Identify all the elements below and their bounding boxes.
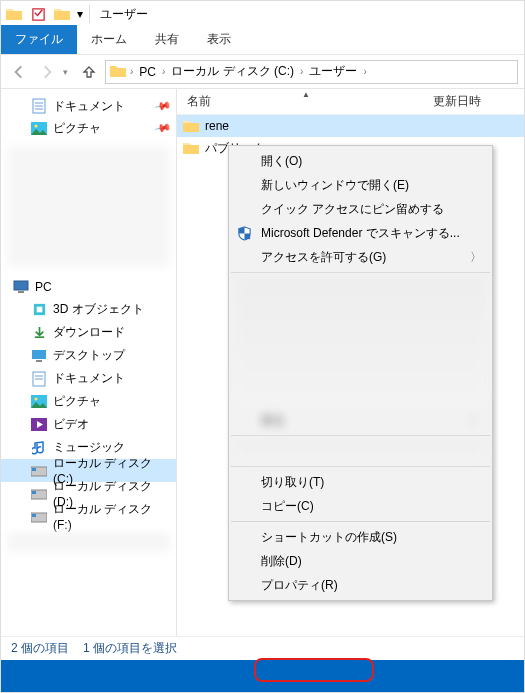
tree-label: ローカル ディスク (F:) (53, 501, 170, 532)
svg-rect-28 (244, 233, 250, 239)
qat-properties-icon[interactable] (29, 5, 47, 23)
tree-label: 3D オブジェクト (53, 301, 144, 318)
chevron-right-icon: 〉 (470, 249, 482, 266)
folder-icon (53, 5, 71, 23)
tree-label: デスクトップ (53, 347, 125, 364)
status-item-count: 2 個の項目 (11, 640, 69, 657)
breadcrumb-item[interactable]: ユーザー (307, 63, 359, 80)
history-dropdown-icon[interactable]: ▾ (63, 67, 73, 77)
menu-item-cut[interactable]: 切り取り(T) (229, 470, 492, 494)
back-button[interactable] (7, 60, 31, 84)
breadcrumb-item[interactable]: ローカル ディスク (C:) (169, 63, 296, 80)
documents-icon (31, 98, 47, 114)
tree-item-icon (31, 417, 47, 433)
menu-item-grant-access[interactable]: アクセスを許可する(G) 〉 (229, 245, 492, 269)
pin-icon: 📌 (154, 97, 173, 116)
blurred-region (7, 147, 170, 267)
chevron-right-icon[interactable]: › (300, 66, 303, 77)
chevron-right-icon[interactable]: › (130, 66, 133, 77)
column-headers: ▲ 名前 更新日時 (177, 89, 524, 115)
status-selection-count: 1 個の項目を選択 (83, 640, 177, 657)
blurred-region (7, 532, 170, 552)
tree-item[interactable]: ドキュメント (1, 367, 176, 390)
tree-label: ダウンロード (53, 324, 125, 341)
blurred-region (235, 439, 486, 463)
tab-home[interactable]: ホーム (77, 25, 141, 54)
ribbon-tabs: ファイル ホーム 共有 表示 (1, 27, 524, 55)
chevron-right-icon[interactable]: › (162, 66, 165, 77)
menu-item-delete[interactable]: 削除(D) (229, 549, 492, 573)
menu-item-open[interactable]: 開く(O) (229, 149, 492, 173)
file-row[interactable]: rene (177, 115, 524, 137)
quick-access-item[interactable]: ドキュメント 📌 (1, 95, 176, 117)
tree-item-icon (31, 302, 47, 318)
qat-dropdown-icon[interactable]: ▾ (77, 7, 83, 21)
status-bar: 2 個の項目 1 個の項目を選択 (1, 636, 524, 660)
svg-rect-22 (32, 468, 36, 471)
tree-label: ビデオ (53, 416, 89, 433)
navigation-pane: ドキュメント 📌 ピクチャ 📌 PC 3D オブジェクトダウンロードデスクトップ… (1, 89, 177, 645)
tab-share[interactable]: 共有 (141, 25, 193, 54)
chevron-right-icon[interactable]: › (363, 66, 366, 77)
breadcrumb[interactable]: › PC › ローカル ディスク (C:) › ユーザー › (105, 60, 518, 84)
tree-item-icon (31, 371, 47, 387)
svg-point-6 (34, 124, 37, 127)
window-title: ユーザー (100, 6, 148, 23)
tree-item[interactable]: ビデオ (1, 413, 176, 436)
tree-item-icon (31, 486, 47, 502)
tab-view[interactable]: 表示 (193, 25, 245, 54)
svg-rect-26 (32, 514, 36, 517)
address-bar: ▾ › PC › ローカル ディスク (C:) › ユーザー › (1, 55, 524, 89)
column-header-date[interactable]: 更新日時 (427, 93, 524, 110)
pc-icon (13, 279, 29, 295)
menu-separator (231, 272, 490, 273)
taskbar (1, 660, 524, 692)
pictures-icon (31, 120, 47, 136)
tree-item[interactable]: ローカル ディスク (F:) (1, 505, 176, 528)
context-menu: 開く(O) 新しいウィンドウで開く(E) クイック アクセスにピン留めする Mi… (228, 145, 493, 601)
folder-icon (183, 118, 199, 134)
tree-label: ピクチャ (53, 393, 101, 410)
svg-point-18 (34, 397, 37, 400)
folder-icon (5, 5, 23, 23)
svg-rect-27 (238, 227, 244, 233)
menu-item-pin-quick-access[interactable]: クイック アクセスにピン留めする (229, 197, 492, 221)
explorer-window: ▾ ユーザー ファイル ホーム 共有 表示 ▾ › PC › ローカル ディスク… (0, 0, 525, 693)
column-header-name[interactable]: ▲ 名前 (177, 93, 427, 110)
svg-rect-10 (36, 307, 42, 313)
menu-item-defender-scan[interactable]: Microsoft Defender でスキャンする... (229, 221, 492, 245)
folder-icon (110, 64, 126, 80)
menu-item-blurred[interactable]: 送る 〉 (229, 408, 492, 432)
menu-item-copy[interactable]: コピー(C) (229, 494, 492, 518)
breadcrumb-item[interactable]: PC (137, 65, 158, 79)
tree-item[interactable]: ピクチャ (1, 390, 176, 413)
tree-item-icon (31, 348, 47, 364)
tree-item-pc[interactable]: PC (1, 275, 176, 298)
shield-icon (235, 224, 253, 242)
tree-item[interactable]: 3D オブジェクト (1, 298, 176, 321)
tree-item[interactable]: デスクトップ (1, 344, 176, 367)
menu-item-open-new-window[interactable]: 新しいウィンドウで開く(E) (229, 173, 492, 197)
up-button[interactable] (77, 60, 101, 84)
quick-access-label: ドキュメント (53, 98, 125, 115)
separator (89, 5, 90, 23)
quick-access-item[interactable]: ピクチャ 📌 (1, 117, 176, 139)
tree-label: ミュージック (53, 439, 125, 456)
svg-rect-24 (32, 491, 36, 494)
menu-item-create-shortcut[interactable]: ショートカットの作成(S) (229, 525, 492, 549)
tab-file[interactable]: ファイル (1, 25, 77, 54)
menu-separator (231, 466, 490, 467)
tree-item[interactable]: ダウンロード (1, 321, 176, 344)
forward-button[interactable] (35, 60, 59, 84)
sort-indicator-icon: ▲ (302, 90, 310, 99)
chevron-right-icon: 〉 (470, 412, 482, 429)
quick-access-label: ピクチャ (53, 120, 101, 137)
blurred-region (235, 276, 486, 406)
tree-item-icon (31, 325, 47, 341)
menu-item-properties[interactable]: プロパティ(R) (229, 573, 492, 597)
menu-separator (231, 435, 490, 436)
svg-rect-13 (36, 360, 42, 362)
tree-item-icon (31, 509, 47, 525)
pin-icon: 📌 (154, 119, 173, 138)
folder-icon (183, 140, 199, 156)
